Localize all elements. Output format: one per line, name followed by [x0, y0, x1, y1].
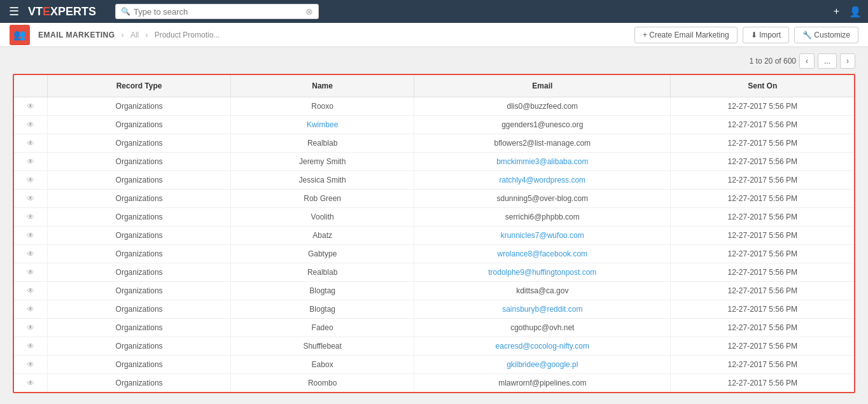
eye-icon[interactable]: 👁	[27, 249, 34, 258]
row-eye-cell: 👁	[14, 171, 48, 190]
row-email[interactable]: bmckimmie3@alibaba.com	[414, 153, 671, 171]
table-row: 👁OrganizationsBlogtagkdittsa@ca.gov12-27…	[14, 282, 854, 300]
col-header-sent-on: Sent On	[671, 75, 854, 97]
row-sent-on: 12-27-2017 5:56 PM	[671, 208, 854, 226]
row-email[interactable]: sainsburyb@reddit.com	[414, 300, 671, 319]
eye-icon[interactable]: 👁	[27, 268, 34, 277]
table-row: 👁OrganizationsShufflebeateacresd@cocolog…	[14, 337, 854, 356]
eye-icon[interactable]: 👁	[27, 342, 34, 351]
search-input[interactable]	[134, 7, 305, 17]
pagination-next-button[interactable]: ›	[840, 53, 855, 69]
module-logo-icon: 👥	[13, 29, 26, 41]
eye-icon[interactable]: 👁	[27, 379, 34, 387]
row-email[interactable]: trodolphe9@huffingtonpost.com	[414, 263, 671, 282]
row-sent-on: 12-27-2017 5:56 PM	[671, 190, 854, 208]
table-row: 👁OrganizationsJeremy Smithbmckimmie3@ali…	[14, 153, 854, 171]
pagination-dots-button[interactable]: ...	[818, 53, 837, 69]
table-row: 👁OrganizationsRealblabbflowers2@list-man…	[14, 134, 854, 153]
row-sent-on: 12-27-2017 5:56 PM	[671, 319, 854, 337]
logo-e: E	[43, 5, 50, 18]
row-email: dlis0@buzzfeed.com	[414, 97, 671, 116]
row-email: sdunning5@over-blog.com	[414, 190, 671, 208]
pagination-bar: 1 to 20 of 600 ‹ ... ›	[13, 53, 855, 69]
breadcrumb-sep-2: ›	[145, 30, 148, 39]
row-sent-on: 12-27-2017 5:56 PM	[671, 226, 854, 245]
eye-icon[interactable]: 👁	[27, 157, 34, 166]
eye-icon[interactable]: 👁	[27, 323, 34, 332]
table-row: 👁OrganizationsVoolithserrichi6@phpbb.com…	[14, 208, 854, 226]
eye-icon[interactable]: 👁	[27, 120, 34, 129]
breadcrumb-all[interactable]: All	[130, 31, 139, 39]
eye-icon[interactable]: 👁	[27, 102, 34, 111]
customize-button[interactable]: 🔧 Customize	[794, 27, 858, 43]
row-email[interactable]: eacresd@cocolog-nifty.com	[414, 337, 671, 356]
row-eye-cell: 👁	[14, 226, 48, 245]
row-record-type: Organizations	[48, 374, 231, 393]
pagination-prev-button[interactable]: ‹	[799, 53, 815, 69]
hamburger-icon[interactable]: ☰	[6, 2, 22, 21]
row-eye-cell: 👁	[14, 337, 48, 356]
eye-icon[interactable]: 👁	[27, 360, 34, 369]
table-row: 👁OrganizationsBlogtagsainsburyb@reddit.c…	[14, 300, 854, 319]
top-nav: ☰ VT E XPERTS 🔍 ⊗ + 👤	[0, 0, 868, 23]
row-record-type: Organizations	[48, 245, 231, 263]
import-button[interactable]: ⬇ Import	[743, 27, 789, 43]
module-title: EMAIL MARKETING	[38, 31, 115, 39]
row-eye-cell: 👁	[14, 208, 48, 226]
row-record-type: Organizations	[48, 319, 231, 337]
row-name: Jeremy Smith	[231, 153, 414, 171]
row-email: bflowers2@list-manage.com	[414, 134, 671, 153]
eye-icon[interactable]: 👁	[27, 286, 34, 295]
row-eye-cell: 👁	[14, 319, 48, 337]
breadcrumb-current: Product Promotio...	[155, 31, 220, 39]
table-row: 👁OrganizationsJessica Smithratchly4@word…	[14, 171, 854, 190]
col-header-eye	[14, 75, 48, 97]
row-eye-cell: 👁	[14, 134, 48, 153]
row-email[interactable]: wrolance8@facebook.com	[414, 245, 671, 263]
row-record-type: Organizations	[48, 208, 231, 226]
logo-vt: VT	[28, 5, 43, 18]
row-eye-cell: 👁	[14, 374, 48, 393]
row-name[interactable]: Kwimbee	[231, 116, 414, 134]
row-name: Jessica Smith	[231, 171, 414, 190]
eye-icon[interactable]: 👁	[27, 305, 34, 314]
table-row: 👁OrganizationsAbatzkrunnicles7@wufoo.com…	[14, 226, 854, 245]
row-name: Blogtag	[231, 300, 414, 319]
col-header-record-type: Record Type	[48, 75, 231, 97]
row-sent-on: 12-27-2017 5:56 PM	[671, 153, 854, 171]
eye-icon[interactable]: 👁	[27, 176, 34, 185]
logo-xperts: XPERTS	[50, 5, 96, 18]
row-record-type: Organizations	[48, 300, 231, 319]
row-eye-cell: 👁	[14, 356, 48, 374]
nav-right: + 👤	[834, 6, 862, 18]
sub-nav-actions: + Create Email Marketing ⬇ Import 🔧 Cust…	[634, 27, 858, 43]
main-content: 1 to 20 of 600 ‹ ... › Record Type Name …	[0, 47, 868, 404]
col-header-email: Email	[414, 75, 671, 97]
row-record-type: Organizations	[48, 282, 231, 300]
row-name: Voolith	[231, 208, 414, 226]
search-clear-icon[interactable]: ⊗	[305, 6, 313, 17]
logo: VT E XPERTS	[28, 5, 96, 18]
row-email: serrichi6@phpbb.com	[414, 208, 671, 226]
create-email-marketing-button[interactable]: + Create Email Marketing	[634, 27, 738, 43]
row-eye-cell: 👁	[14, 116, 48, 134]
row-sent-on: 12-27-2017 5:56 PM	[671, 97, 854, 116]
row-record-type: Organizations	[48, 116, 231, 134]
eye-icon[interactable]: 👁	[27, 139, 34, 148]
user-icon[interactable]: 👤	[849, 6, 862, 18]
row-eye-cell: 👁	[14, 190, 48, 208]
row-email[interactable]: krunnicles7@wufoo.com	[414, 226, 671, 245]
row-email: kdittsa@ca.gov	[414, 282, 671, 300]
row-email[interactable]: ratchly4@wordpress.com	[414, 171, 671, 190]
row-record-type: Organizations	[48, 190, 231, 208]
row-sent-on: 12-27-2017 5:56 PM	[671, 171, 854, 190]
row-email: mlawrornf@pipelines.com	[414, 374, 671, 393]
add-icon[interactable]: +	[834, 6, 839, 17]
eye-icon[interactable]: 👁	[27, 231, 34, 240]
breadcrumb-sep-1: ›	[122, 30, 124, 39]
search-bar[interactable]: 🔍 ⊗	[115, 4, 319, 19]
eye-icon[interactable]: 👁	[27, 212, 34, 221]
eye-icon[interactable]: 👁	[27, 194, 34, 203]
row-email[interactable]: gkilbridee@google.pl	[414, 356, 671, 374]
row-record-type: Organizations	[48, 337, 231, 356]
